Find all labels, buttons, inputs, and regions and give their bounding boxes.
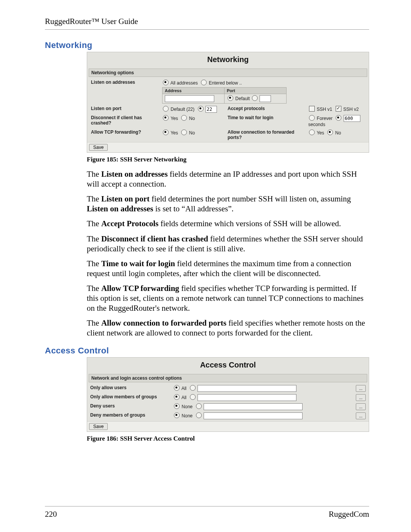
heading-networking: Networking: [45, 40, 369, 50]
radio-deny-users-none[interactable]: [174, 403, 180, 409]
radio-allow-users-all[interactable]: [174, 385, 180, 391]
caption-fig185: Figure 185: SSH Server Networking: [87, 156, 369, 163]
radio-port-custom[interactable]: [252, 95, 258, 101]
input-allow-users[interactable]: [198, 385, 296, 392]
chk-ssh-v2[interactable]: [336, 106, 341, 112]
radio-all-addresses[interactable]: [163, 80, 169, 85]
heading-access: Access Control: [45, 346, 369, 356]
input-deny-users[interactable]: [204, 403, 303, 410]
panel-title-access: Access Control: [87, 358, 369, 373]
label-allow-users: Only allow users: [89, 384, 172, 393]
label-forever: Forever: [317, 116, 332, 121]
radio-deny-users-custom[interactable]: [196, 403, 202, 409]
input-port[interactable]: [260, 95, 271, 102]
doc-title: RuggedRouter™ User Guide: [45, 17, 138, 26]
label-allow-tcp: Allow TCP forwarding?: [89, 128, 160, 141]
radio-deny-groups-custom[interactable]: [196, 412, 202, 418]
browse-deny-groups[interactable]: ...: [356, 412, 366, 419]
radio-deny-groups-none[interactable]: [174, 412, 180, 418]
label-no2: No: [189, 130, 195, 136]
label-no1: No: [189, 116, 195, 121]
radio-timewait-value[interactable]: [336, 115, 341, 121]
caption-fig186: Figure 186: SSH Server Access Control: [87, 435, 369, 443]
opt-none-1: None: [182, 404, 193, 409]
radio-port-default[interactable]: [228, 95, 233, 101]
input-deny-groups[interactable]: [204, 412, 303, 419]
label-yes3: Yes: [317, 130, 324, 136]
page-number: 220: [45, 510, 57, 519]
input-listen-port[interactable]: [206, 106, 217, 113]
opt-none-2: None: [182, 413, 193, 419]
save-button-access[interactable]: Save: [89, 423, 108, 430]
para-3: The Accept Protocols fields determine wh…: [87, 219, 369, 229]
label-deny-groups: Deny members of groups: [89, 411, 172, 420]
radio-tcp-no[interactable]: [181, 129, 187, 135]
doc-header: RuggedRouter™ User Guide: [45, 17, 369, 30]
label-yes1: Yes: [170, 116, 178, 121]
label-deny-users: Deny users: [89, 402, 172, 411]
label-no3: No: [335, 130, 341, 136]
radio-tcp-yes[interactable]: [163, 129, 169, 135]
chk-ssh-v1[interactable]: [309, 106, 315, 112]
input-allow-groups[interactable]: [198, 394, 296, 401]
radio-forever[interactable]: [309, 115, 315, 121]
radio-entered-below[interactable]: [201, 80, 207, 85]
browse-deny-users[interactable]: ...: [356, 403, 366, 410]
label-listen-port: Listen on port: [89, 105, 160, 114]
radio-fwd-no[interactable]: [327, 129, 333, 135]
label-ssh-v1: SSH v1: [317, 107, 332, 112]
para-1: The Listen on addresses fields determine…: [87, 169, 369, 189]
input-timewait[interactable]: [344, 115, 360, 122]
browse-allow-users[interactable]: ...: [356, 385, 366, 392]
radio-disconnect-yes[interactable]: [163, 115, 169, 121]
label-time-wait: Time to wait for login: [225, 114, 306, 128]
para-5: The Time to wait for login field determi…: [87, 259, 369, 278]
label-default22: Default (22): [170, 107, 194, 112]
doc-footer: 220 RuggedCom: [45, 506, 369, 519]
label-allow-groups: Only allow members of groups: [89, 393, 172, 402]
options-bar-networking: Networking options: [89, 69, 367, 77]
radio-allow-groups-custom[interactable]: [190, 394, 196, 400]
opt-all-1: All: [182, 386, 186, 391]
label-ssh-v2: SSH v2: [343, 107, 359, 112]
label-yes2: Yes: [170, 130, 178, 136]
footer-brand: RuggedCom: [329, 510, 369, 519]
label-allow-fwd-ports: Allow connection to forwarded ports?: [225, 128, 306, 141]
radio-allow-groups-all[interactable]: [174, 394, 180, 400]
panel-access: Access Control Network and login access …: [87, 357, 369, 432]
input-address[interactable]: [165, 95, 214, 102]
radio-disconnect-no[interactable]: [181, 115, 187, 121]
radio-port-default22[interactable]: [163, 106, 169, 112]
opt-all-2: All: [182, 395, 186, 400]
col-address: Address: [162, 88, 225, 94]
label-accept-protocols: Accept protocols: [225, 105, 306, 114]
label-seconds: seconds: [308, 122, 325, 127]
para-2: The Listen on port field determines the …: [87, 194, 369, 214]
para-4: The Disconnect if client has crashed fie…: [87, 234, 369, 254]
browse-allow-groups[interactable]: ...: [356, 394, 366, 401]
label-disconnect: Disconnect if client has crashed?: [89, 114, 160, 128]
para-6: The Allow TCP forwarding field specifies…: [87, 284, 369, 313]
panel-networking: Networking Networking options Listen on …: [87, 52, 369, 153]
options-bar-access: Network and login access control options: [89, 374, 367, 382]
opt-all-addresses: All addresses: [170, 80, 198, 86]
save-button-networking[interactable]: Save: [89, 144, 108, 151]
radio-port-value[interactable]: [198, 106, 204, 112]
col-port: Port: [225, 88, 287, 94]
label-port-default: Default: [235, 96, 250, 101]
panel-title-networking: Networking: [87, 52, 369, 68]
radio-fwd-yes[interactable]: [309, 129, 315, 135]
radio-allow-users-custom[interactable]: [190, 385, 196, 391]
opt-entered-below: Entered below ..: [209, 80, 242, 86]
label-listen-addresses: Listen on addresses: [89, 78, 160, 105]
para-7: The Allow connection to forwarded ports …: [87, 318, 369, 338]
